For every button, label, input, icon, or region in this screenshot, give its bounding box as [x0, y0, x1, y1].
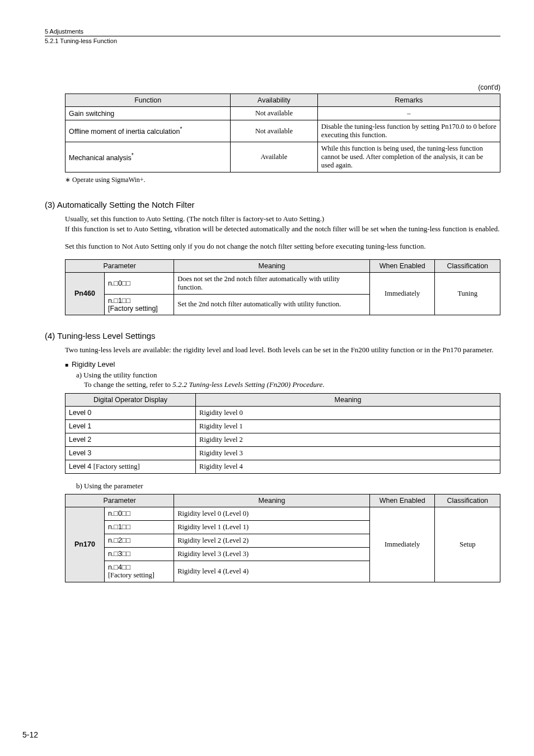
footnote-star: *	[132, 152, 134, 158]
chapter-label: 5 Adjustments	[45, 28, 500, 35]
th-parameter: Parameter	[65, 259, 174, 272]
text-suffix: .	[322, 380, 324, 389]
para: If this function is set to Auto Setting,…	[65, 224, 500, 234]
cell-meaning: Does not set the 2nd notch filter automa…	[174, 272, 370, 294]
rigidity-heading: ■Rigidity Level	[65, 360, 500, 368]
table-levels: Digital Operator Display Meaning Level 0…	[65, 393, 500, 474]
table-row: Level 4 [Factory setting] Rigidity level…	[65, 460, 500, 473]
cell-meaning: Rigidity level 3	[196, 446, 500, 460]
th-classification: Classification	[435, 259, 500, 272]
cell-availability: Available	[231, 142, 317, 172]
table-row: Pn170 n.□0□□ Rigidity level 0 (Level 0) …	[65, 507, 500, 520]
para: Two tuning-less levels are available: th…	[65, 345, 500, 355]
cell-text: Mechanical analysis	[69, 154, 132, 162]
table-header-row: Parameter Meaning When Enabled Classific…	[65, 494, 500, 507]
contd-label: (cont'd)	[65, 83, 500, 91]
th-remarks: Remarks	[317, 94, 500, 107]
table-pn170: Parameter Meaning When Enabled Classific…	[65, 494, 500, 582]
th-availability: Availability	[231, 94, 317, 107]
cell-level: Level 1	[65, 419, 196, 433]
cell-meaning: Rigidity level 3 (Level 3)	[174, 547, 370, 561]
param-value: n.□4□□ [Factory setting]	[104, 561, 174, 582]
th-function: Function	[65, 94, 231, 107]
cell-level: Level 4 [Factory setting]	[65, 460, 196, 473]
th-classification: Classification	[435, 494, 500, 507]
cell-remarks: –	[317, 107, 500, 120]
param-value: n.□3□□	[104, 547, 174, 561]
cell-availability: Not available	[231, 107, 317, 120]
subsection-label: 5.2.1 Tuning-less Function	[45, 38, 500, 44]
table-header-row: Function Availability Remarks	[65, 94, 500, 107]
cell-meaning: Set the 2nd notch filter automatically w…	[174, 294, 370, 315]
th-display: Digital Operator Display	[65, 393, 196, 406]
cell-function: Mechanical analysis*	[65, 142, 231, 172]
cell-remarks: While this function is being used, the t…	[317, 142, 500, 172]
header-rule	[45, 36, 500, 36]
table-functions: Function Availability Remarks Gain switc…	[65, 94, 500, 172]
para: Usually, set this function to Auto Setti…	[65, 214, 500, 224]
text-prefix: To change the setting, refer to	[84, 380, 172, 389]
cell-classification: Setup	[435, 507, 500, 582]
cell-availability: Not available	[231, 120, 317, 142]
table-header-row: Digital Operator Display Meaning	[65, 393, 500, 406]
cell-meaning: Rigidity level 0	[196, 406, 500, 419]
cell-meaning: Rigidity level 2 (Level 2)	[174, 534, 370, 547]
para: Set this function to Not Auto Setting on…	[65, 241, 500, 251]
table-row: Level 1 Rigidity level 1	[65, 419, 500, 433]
cell-when: Immediately	[369, 507, 435, 582]
param-value: n.□0□□	[104, 507, 174, 520]
footnote-text: ∗ Operate using SigmaWin+.	[65, 176, 500, 184]
item-b-label: b) Using the parameter	[76, 482, 500, 491]
cell-remarks: Disable the tuning-less function by sett…	[317, 120, 500, 142]
th-meaning: Meaning	[174, 259, 370, 272]
cell-text: Offline moment of inertia calculation	[69, 128, 180, 136]
table-header-row: Parameter Meaning When Enabled Classific…	[65, 259, 500, 272]
item-a-label: a) Using the utility function	[76, 371, 500, 380]
th-parameter: Parameter	[65, 494, 174, 507]
table-row: Mechanical analysis* Available While thi…	[65, 142, 500, 172]
th-meaning: Meaning	[174, 494, 370, 507]
table-row: Level 2 Rigidity level 2	[65, 433, 500, 446]
cell-function: Gain switching	[65, 107, 231, 120]
cell-classification: Tuning	[435, 272, 500, 315]
cell-meaning: Rigidity level 0 (Level 0)	[174, 507, 370, 520]
th-when: When Enabled	[369, 494, 435, 507]
cell-level: Level 2	[65, 433, 196, 446]
param-value: n.□2□□	[104, 534, 174, 547]
param-value: n.□1□□ [Factory setting]	[104, 294, 174, 315]
param-value-text: n.□1□□	[108, 297, 130, 305]
param-value: n.□0□□	[104, 272, 174, 294]
table-row: Offline moment of inertia calculation* N…	[65, 120, 500, 142]
factory-setting: [Factory setting]	[108, 305, 158, 312]
factory-setting: [Factory setting]	[93, 463, 140, 470]
param-value: n.□1□□	[104, 520, 174, 534]
cell-meaning: Rigidity level 2	[196, 433, 500, 446]
table-row: Level 0 Rigidity level 0	[65, 406, 500, 419]
table-row: Pn460 n.□0□□ Does not set the 2nd notch …	[65, 272, 500, 294]
cell-meaning: Rigidity level 4 (Level 4)	[174, 561, 370, 582]
section-heading-3: (3) Automatically Setting the Notch Filt…	[45, 200, 500, 209]
table-pn460: Parameter Meaning When Enabled Classific…	[65, 259, 500, 315]
table-row: Gain switching Not available –	[65, 107, 500, 120]
rigidity-label: Rigidity Level	[72, 360, 115, 368]
square-bullet-icon: ■	[65, 362, 68, 368]
cell-meaning: Rigidity level 4	[196, 460, 500, 473]
cell-meaning: Rigidity level 1 (Level 1)	[174, 520, 370, 534]
cell-level: Level 3	[65, 446, 196, 460]
cell-when: Immediately	[369, 272, 435, 315]
cell-level-prefix: Level 4	[69, 463, 93, 470]
th-meaning: Meaning	[196, 393, 500, 406]
param-name: Pn170	[65, 507, 105, 582]
param-name: Pn460	[65, 272, 105, 315]
cell-function: Offline moment of inertia calculation*	[65, 120, 231, 142]
table-row: Level 3 Rigidity level 3	[65, 446, 500, 460]
factory-setting: [Factory setting]	[108, 571, 154, 579]
text-italic: 5.2.2 Tuning-less Levels Setting (Fn200)…	[172, 380, 322, 389]
item-a-text: To change the setting, refer to 5.2.2 Tu…	[84, 380, 500, 390]
section-heading-4: (4) Tuning-less Level Settings	[45, 331, 500, 340]
cell-level: Level 0	[65, 406, 196, 419]
footnote-star: *	[180, 126, 182, 132]
cell-meaning: Rigidity level 1	[196, 419, 500, 433]
param-value-text: n.□4□□	[108, 563, 130, 571]
th-when: When Enabled	[369, 259, 435, 272]
